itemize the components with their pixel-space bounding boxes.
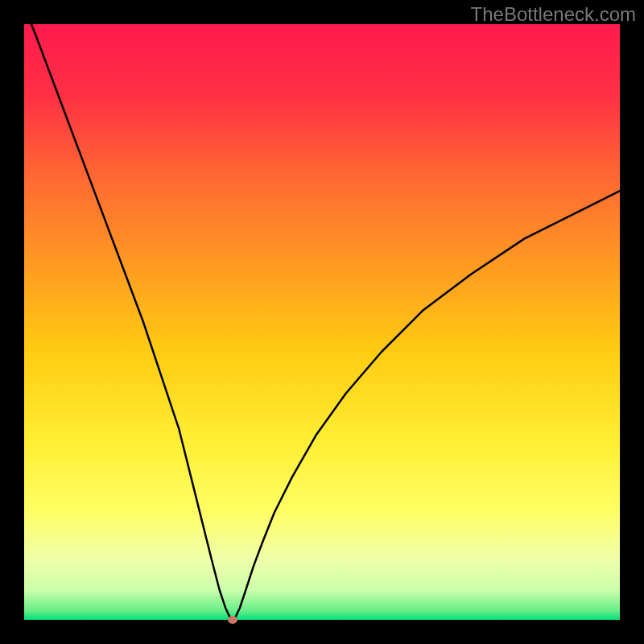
watermark-text: TheBottleneck.com (471, 3, 636, 26)
chart-container: TheBottleneck.com (0, 0, 644, 644)
bottleneck-chart (0, 0, 644, 644)
optimal-point-marker (228, 616, 237, 624)
plot-background (24, 24, 620, 620)
